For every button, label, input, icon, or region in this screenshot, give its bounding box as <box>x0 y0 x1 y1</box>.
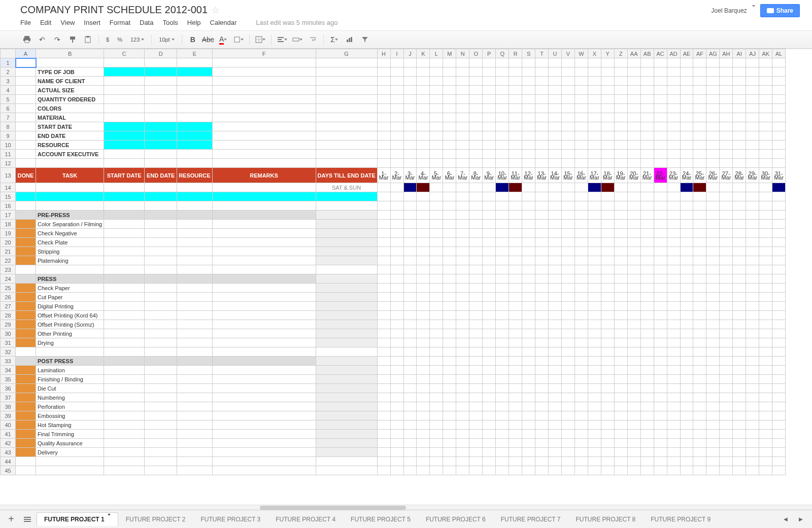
cell[interactable] <box>680 284 693 293</box>
cell[interactable] <box>390 457 403 466</box>
cell[interactable] <box>104 67 145 77</box>
cell[interactable] <box>177 411 212 420</box>
cell[interactable] <box>16 86 36 95</box>
row-header-16[interactable]: 16 <box>1 201 16 210</box>
cell[interactable] <box>104 95 145 104</box>
cell[interactable] <box>549 411 562 420</box>
cell[interactable] <box>693 439 706 448</box>
cell[interactable] <box>417 338 430 347</box>
col-header-AA[interactable]: AA <box>627 49 640 58</box>
cell[interactable] <box>561 86 574 95</box>
cell[interactable]: Finishing / Binding <box>36 375 104 384</box>
cell[interactable] <box>212 247 316 256</box>
cell[interactable] <box>443 77 456 86</box>
row-header-31[interactable]: 31 <box>1 338 16 347</box>
cell[interactable] <box>509 420 522 430</box>
cell[interactable] <box>509 329 522 338</box>
cell[interactable] <box>390 201 403 210</box>
star-icon[interactable]: ☆ <box>212 5 220 16</box>
cell[interactable] <box>212 420 316 430</box>
percent-button[interactable]: % <box>114 37 125 43</box>
cell[interactable] <box>469 293 483 302</box>
cell[interactable] <box>212 347 316 357</box>
cell[interactable] <box>680 411 693 420</box>
cell[interactable] <box>535 220 549 229</box>
cell[interactable] <box>614 439 627 448</box>
cell[interactable] <box>640 77 654 86</box>
cell[interactable] <box>443 375 456 384</box>
cell[interactable] <box>430 329 443 338</box>
cell[interactable] <box>667 238 680 247</box>
cell[interactable] <box>588 131 601 140</box>
cell[interactable] <box>654 375 667 384</box>
col-header-L[interactable]: L <box>430 49 443 58</box>
cell[interactable] <box>640 140 654 150</box>
cell[interactable] <box>496 150 509 159</box>
cell[interactable] <box>614 104 627 113</box>
cell[interactable] <box>522 210 535 220</box>
cell[interactable] <box>522 384 535 393</box>
cell[interactable] <box>377 338 390 347</box>
cell[interactable] <box>667 192 680 201</box>
cell[interactable] <box>316 67 377 77</box>
cell[interactable] <box>654 220 667 229</box>
cell[interactable] <box>733 238 746 247</box>
col-header-N[interactable]: N <box>456 49 469 58</box>
cell[interactable] <box>443 302 456 311</box>
cell[interactable] <box>772 329 786 338</box>
cell[interactable] <box>746 402 759 411</box>
cell[interactable] <box>316 439 377 448</box>
cell[interactable] <box>496 58 509 67</box>
cell[interactable] <box>469 466 483 475</box>
cell[interactable] <box>443 131 456 140</box>
spreadsheet-grid[interactable]: ABCDEFGHIJKLMNOPQRSTUVWXYZAAABACADAEAFAG… <box>0 49 812 505</box>
cell[interactable] <box>430 265 443 274</box>
cell[interactable] <box>377 293 390 302</box>
cell[interactable] <box>601 238 614 247</box>
cell[interactable] <box>640 329 654 338</box>
cell[interactable] <box>403 411 417 420</box>
cell[interactable] <box>614 411 627 420</box>
cell[interactable] <box>720 58 733 67</box>
date-header[interactable]: 28-Mar <box>733 168 746 183</box>
cell[interactable]: QUANTITY ORDERED <box>36 95 104 104</box>
cell[interactable] <box>145 466 177 475</box>
date-header[interactable]: 19-Mar <box>614 168 627 183</box>
currency-button[interactable]: $ <box>103 37 112 43</box>
cell[interactable] <box>654 366 667 375</box>
cell[interactable] <box>588 113 601 122</box>
cell[interactable] <box>614 384 627 393</box>
cell[interactable] <box>693 338 706 347</box>
cell[interactable] <box>601 430 614 439</box>
cell[interactable] <box>654 284 667 293</box>
cell[interactable] <box>601 113 614 122</box>
cell[interactable] <box>403 67 417 77</box>
cell[interactable] <box>316 329 377 338</box>
cell[interactable] <box>772 247 786 256</box>
cell[interactable] <box>746 113 759 122</box>
cell[interactable] <box>746 238 759 247</box>
cell[interactable] <box>614 77 627 86</box>
cell[interactable] <box>456 320 469 329</box>
cell[interactable] <box>212 104 316 113</box>
cell[interactable] <box>430 95 443 104</box>
cell[interactable] <box>574 58 588 67</box>
cell[interactable] <box>680 122 693 131</box>
cell[interactable]: RESOURCE <box>36 140 104 150</box>
cell[interactable] <box>509 104 522 113</box>
cell[interactable] <box>16 420 36 430</box>
cell[interactable] <box>522 375 535 384</box>
cell[interactable] <box>654 311 667 320</box>
cell[interactable] <box>720 265 733 274</box>
cell[interactable] <box>746 183 759 192</box>
cell[interactable] <box>680 430 693 439</box>
cell[interactable] <box>469 357 483 366</box>
cell[interactable] <box>483 274 496 284</box>
cell[interactable] <box>403 430 417 439</box>
undo-icon[interactable]: ↶ <box>36 33 49 46</box>
cell[interactable] <box>16 457 36 466</box>
cell[interactable] <box>574 284 588 293</box>
cell[interactable] <box>654 357 667 366</box>
cell[interactable] <box>496 159 509 168</box>
align-button[interactable] <box>276 33 289 46</box>
